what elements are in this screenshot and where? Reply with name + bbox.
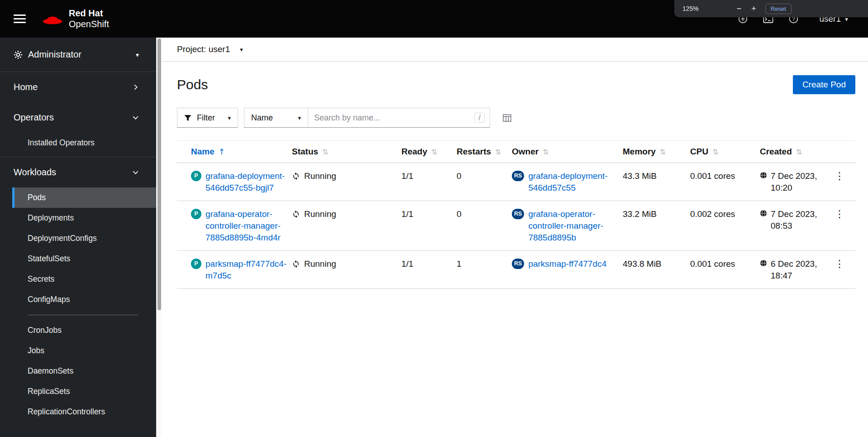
perspective-switcher[interactable]: Administrator ▾ — [0, 38, 156, 72]
owner-link[interactable]: grafana-operator-controller-manager-7885… — [528, 208, 618, 243]
nav-group-operators[interactable]: Operators — [0, 102, 156, 133]
pods-table: Name ↑ Status ⇅ Ready ⇅ Restarts — [177, 140, 855, 289]
table-row: P parksmap-ff7477dc4-m7d5c Running 1/1 1 — [177, 251, 855, 289]
sort-icon: ⇅ — [543, 148, 548, 156]
column-header-ready[interactable]: Ready ⇅ — [401, 147, 437, 157]
column-header-owner[interactable]: Owner ⇅ — [512, 147, 549, 157]
sidebar-item-installed-operators[interactable]: Installed Operators — [0, 133, 156, 153]
sort-icon: ⇅ — [660, 148, 666, 156]
chevron-right-icon — [132, 84, 139, 91]
sidebar-nav: Administrator ▾ Home Operators Installed… — [0, 38, 156, 437]
keyboard-shortcut-hint: / — [474, 113, 485, 123]
zoom-in-button[interactable]: + — [751, 5, 756, 13]
restarts-value: 0 — [457, 201, 512, 251]
restarts-value: 1 — [457, 251, 512, 289]
created-timestamp: 7 Dec 2023, 10:20 — [771, 170, 826, 193]
column-header-name[interactable]: Name ↑ — [191, 147, 225, 157]
zoom-reset-button[interactable]: Reset — [765, 4, 792, 14]
owner-link[interactable]: grafana-deployment-546dd57c55 — [528, 170, 618, 193]
cpu-value: 0.001 cores — [690, 163, 760, 201]
manage-columns-button[interactable] — [503, 114, 511, 122]
zoom-level: 125% — [682, 5, 699, 12]
nav-group-home[interactable]: Home — [0, 72, 156, 102]
search-input[interactable] — [308, 113, 474, 123]
search-attribute-dropdown[interactable]: Name ▾ — [244, 108, 308, 128]
project-selector-label: Project: user1 — [177, 44, 230, 54]
ready-value: 1/1 — [401, 201, 457, 251]
hamburger-icon — [14, 14, 26, 16]
project-selector[interactable]: Project: user1 ▾ — [177, 44, 243, 54]
caret-down-icon: ▾ — [298, 115, 301, 121]
sidebar-item-jobs[interactable]: Jobs — [0, 341, 156, 361]
sidebar-item-secrets[interactable]: Secrets — [0, 269, 156, 289]
sidebar-item-replicasets[interactable]: ReplicaSets — [0, 381, 156, 402]
nav-item-divider — [28, 315, 138, 315]
owner-link[interactable]: parksmap-ff7477dc4 — [528, 258, 606, 270]
sidebar-item-deployments[interactable]: Deployments — [0, 208, 156, 228]
search-attribute-label: Name — [251, 113, 273, 123]
table-header-row: Name ↑ Status ⇅ Ready ⇅ Restarts — [177, 141, 855, 163]
sidebar-item-deploymentconfigs[interactable]: DeploymentConfigs — [0, 228, 156, 249]
globe-icon — [760, 170, 767, 179]
replicaset-badge: RS — [512, 171, 524, 181]
table-row: P grafana-deployment-546dd57c55-bgjl7 Ru… — [177, 163, 855, 201]
status-text: Running — [304, 170, 336, 182]
pod-badge: P — [191, 209, 201, 219]
replicaset-badge: RS — [512, 209, 524, 219]
caret-down-icon: ▾ — [136, 51, 139, 58]
column-header-cpu[interactable]: CPU ⇅ — [690, 147, 719, 157]
project-bar: Project: user1 ▾ — [162, 38, 868, 62]
column-header-restarts[interactable]: Restarts ⇅ — [457, 147, 501, 157]
zoom-out-button[interactable]: − — [737, 5, 742, 13]
pod-name-link[interactable]: grafana-deployment-546dd57c55-bgjl7 — [205, 170, 287, 193]
column-header-actions — [831, 141, 855, 163]
sort-icon: ⇅ — [322, 148, 328, 156]
pod-name-link[interactable]: grafana-operator-controller-manager-7885… — [205, 208, 287, 243]
caret-down-icon: ▾ — [240, 46, 243, 53]
replicaset-badge: RS — [512, 259, 524, 269]
created-timestamp: 6 Dec 2023, 18:47 — [771, 258, 826, 281]
sidebar-item-pods[interactable]: Pods — [12, 187, 156, 208]
status-text: Running — [304, 258, 336, 270]
sort-icon: ⇅ — [712, 148, 718, 156]
filter-icon — [184, 115, 191, 121]
created-timestamp: 7 Dec 2023, 08:53 — [771, 208, 826, 231]
brand-line1: Red Hat — [69, 8, 109, 19]
sidebar-item-replicationcontrollers[interactable]: ReplicationControllers — [0, 402, 156, 422]
chevron-down-icon — [132, 169, 139, 176]
column-header-memory[interactable]: Memory ⇅ — [623, 147, 666, 157]
column-header-status[interactable]: Status ⇅ — [292, 147, 328, 157]
memory-value: 33.2 MiB — [623, 201, 690, 251]
create-pod-button[interactable]: Create Pod — [793, 75, 855, 94]
memory-value: 493.8 MiB — [623, 251, 690, 289]
search-box: / — [308, 108, 490, 128]
pod-name-link[interactable]: parksmap-ff7477dc4-m7d5c — [205, 258, 287, 281]
column-header-created[interactable]: Created ⇅ — [760, 147, 802, 157]
sidebar-item-configmaps[interactable]: ConfigMaps — [0, 289, 156, 310]
status-text: Running — [304, 208, 336, 220]
nav-group-workloads[interactable]: Workloads — [0, 157, 156, 187]
brand-logo[interactable]: Red Hat OpenShift — [42, 8, 109, 29]
pod-badge: P — [191, 171, 201, 181]
ready-value: 1/1 — [401, 251, 457, 289]
redhat-hat-icon — [42, 12, 63, 25]
sync-running-icon — [292, 260, 300, 268]
nav-toggle-button[interactable] — [0, 12, 37, 25]
globe-icon — [760, 258, 767, 267]
toolbar: Filter ▾ Name ▾ / — [177, 108, 855, 128]
sidebar-item-cronjobs[interactable]: CronJobs — [0, 320, 156, 341]
cpu-value: 0.001 cores — [690, 251, 760, 289]
masthead: Red Hat OpenShift ? user1 ▾ 125% − + Res… — [0, 0, 868, 38]
row-kebab-menu[interactable]: ⋮ — [831, 208, 848, 220]
sidebar-scrollbar-thumb[interactable] — [157, 38, 161, 310]
sidebar-item-daemonsets[interactable]: DaemonSets — [0, 361, 156, 381]
filter-label: Filter — [197, 113, 215, 123]
row-kebab-menu[interactable]: ⋮ — [831, 258, 848, 270]
caret-down-icon: ▾ — [228, 115, 231, 121]
sidebar-item-statefulsets[interactable]: StatefulSets — [0, 249, 156, 269]
table-row: P grafana-operator-controller-manager-78… — [177, 201, 855, 251]
sync-running-icon — [292, 210, 300, 218]
browser-zoom-popup: 125% − + Reset — [674, 0, 868, 17]
filter-dropdown[interactable]: Filter ▾ — [177, 108, 238, 128]
row-kebab-menu[interactable]: ⋮ — [831, 170, 848, 182]
